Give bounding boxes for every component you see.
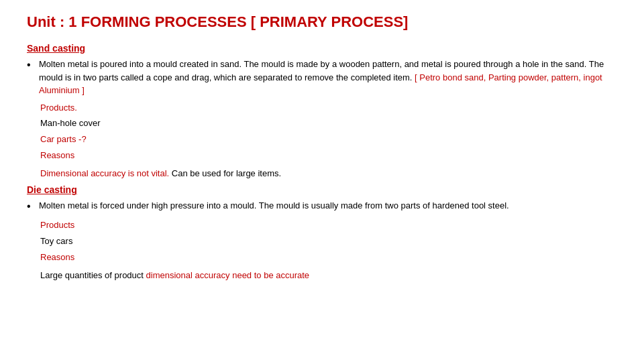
sand-casting-section: Sand casting • Molten metal is poured in… xyxy=(27,43,617,180)
die-casting-large-black: Large quantities of product xyxy=(40,270,146,280)
page-title: Unit : 1 FORMING PROCESSES [ PRIMARY PRO… xyxy=(27,13,617,31)
sand-casting-product2: Car parts -? xyxy=(40,133,617,147)
die-casting-section: Die casting • Molten metal is forced und… xyxy=(27,184,617,282)
sand-casting-product1: Man-hole cover xyxy=(40,117,617,131)
sand-casting-dimensional: Dimensional accuracy is not vital. Can b… xyxy=(40,167,617,181)
bullet-dot-1: • xyxy=(27,57,39,73)
die-casting-heading: Die casting xyxy=(27,184,617,195)
sand-casting-products-label: Products. xyxy=(40,101,617,115)
die-casting-large-red: dimensional accuracy need to be accurate xyxy=(146,270,310,280)
die-casting-reasons: Reasons xyxy=(40,251,617,265)
die-casting-bullet: • Molten metal is forced under high pres… xyxy=(27,199,617,215)
sand-casting-heading: Sand casting xyxy=(27,43,617,54)
die-casting-product1: Toy cars xyxy=(40,235,617,249)
sand-casting-bullet-text: Molten metal is poured into a mould crea… xyxy=(39,58,617,97)
die-casting-large-quantities: Large quantities of product dimensional … xyxy=(40,269,617,283)
die-casting-products-label: Products xyxy=(40,219,617,233)
die-casting-bullet-text: Molten metal is forced under high pressu… xyxy=(39,199,509,213)
sand-casting-dimensional-red: Dimensional accuracy is not vital. xyxy=(40,168,169,178)
bullet-dot-2: • xyxy=(27,198,39,215)
sand-casting-dimensional-black: Can be used for large items. xyxy=(169,168,281,178)
sand-casting-reasons: Reasons xyxy=(40,149,617,163)
sand-casting-bullet: • Molten metal is poured into a mould cr… xyxy=(27,58,617,97)
